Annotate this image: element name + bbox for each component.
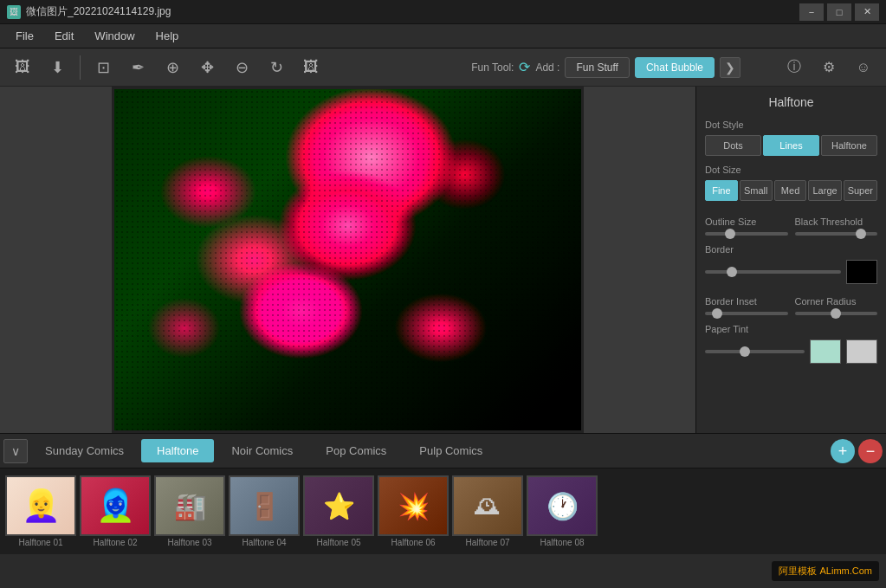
menu-edit[interactable]: Edit <box>46 26 82 46</box>
fun-stuff-button[interactable]: Fun Stuff <box>565 57 629 78</box>
film-label-1: Halftone 01 <box>18 538 62 547</box>
black-threshold-thumb <box>856 229 866 239</box>
corner-radius-track <box>795 312 878 315</box>
expand-icon: ❯ <box>725 61 735 74</box>
halftone-button[interactable]: Halftone <box>821 135 877 156</box>
film-label-5: Halftone 05 <box>316 538 360 547</box>
info-button[interactable]: ⓘ <box>779 52 810 83</box>
border-inset-col: Border Inset <box>705 288 788 315</box>
film-thumb-2: 👩‍🦰 <box>80 475 151 536</box>
crop-tool-button[interactable]: ⊡ <box>87 52 119 83</box>
move-icon: ✥ <box>201 58 214 77</box>
settings-button[interactable]: ⚙ <box>813 52 844 83</box>
border-label: Border <box>705 244 877 255</box>
list-item[interactable]: 🚪 Halftone 04 <box>229 475 300 547</box>
list-item[interactable]: 🕐 Halftone 08 <box>527 475 598 547</box>
small-button[interactable]: Small <box>740 180 773 201</box>
title-left: 🖼 微信图片_20221024114129.jpg <box>7 4 171 19</box>
add-remove-buttons: + − <box>831 439 883 463</box>
image-tool-button[interactable]: 🖼 <box>7 52 38 83</box>
menu-help[interactable]: Help <box>147 26 188 46</box>
info-icon: ⓘ <box>787 58 801 76</box>
tab-noir-comics[interactable]: Noir Comics <box>216 439 308 462</box>
paper-tint-track <box>705 350 805 353</box>
window-controls: − □ ✕ <box>799 3 879 21</box>
image-canvas <box>112 87 584 433</box>
share-button[interactable]: ☺ <box>848 52 879 83</box>
paper-tint-grey-swatch[interactable] <box>846 339 877 364</box>
thumb-face-4: 🚪 <box>230 477 298 534</box>
menu-window[interactable]: Window <box>86 26 143 46</box>
dot-size-section: Dot Size Fine Small Med Large Super <box>705 165 877 201</box>
film-label-2: Halftone 02 <box>93 538 137 547</box>
super-button[interactable]: Super <box>844 180 877 201</box>
black-threshold-label: Black Threshold <box>795 216 878 227</box>
crop-icon: ⊡ <box>97 58 110 77</box>
outline-size-col: Outline Size <box>705 208 788 236</box>
zoom-in-icon: ⊕ <box>166 58 179 77</box>
paper-tint-label: Paper Tint <box>705 324 877 334</box>
list-item[interactable]: 🕰 Halftone 07 <box>452 475 523 547</box>
maximize-button[interactable]: □ <box>827 3 851 21</box>
close-button[interactable]: ✕ <box>855 3 879 21</box>
dots-button[interactable]: Dots <box>705 135 761 156</box>
tab-pop-comics[interactable]: Pop Comics <box>310 439 402 462</box>
outline-size-thumb <box>725 229 735 239</box>
add-preset-button[interactable]: + <box>831 439 855 463</box>
double-slider-row-2: Border Inset Corner Radius <box>705 288 877 315</box>
black-threshold-track <box>795 232 878 236</box>
paper-tint-color-swatch[interactable] <box>810 339 841 364</box>
add-label: Add : <box>535 61 559 74</box>
zoom-in-button[interactable]: ⊕ <box>157 52 188 83</box>
border-section: Border <box>705 244 877 284</box>
paper-tint-thumb <box>740 346 750 357</box>
menu-file[interactable]: File <box>7 26 42 46</box>
image-icon: 🖼 <box>15 58 30 76</box>
gear-icon: ⚙ <box>823 59 835 75</box>
list-item[interactable]: 👩‍🦰 Halftone 02 <box>80 475 151 547</box>
list-item[interactable]: 💥 Halftone 06 <box>378 475 449 547</box>
import-tool-button[interactable]: ⬇ <box>42 52 73 83</box>
film-thumb-1: 👱‍♀️ <box>5 475 76 536</box>
pen-tool-button[interactable]: ✒ <box>122 52 153 83</box>
med-button[interactable]: Med <box>774 180 807 201</box>
dot-size-label: Dot Size <box>705 165 877 175</box>
border-color-swatch[interactable] <box>846 260 877 284</box>
menubar: File Edit Window Help <box>0 24 886 48</box>
rotate-button[interactable]: ↻ <box>261 52 292 83</box>
main-area: Halftone Dot Style Dots Lines Halftone D… <box>0 87 886 433</box>
dot-style-label: Dot Style <box>705 120 877 130</box>
thumb-face-5: ⭐ <box>305 477 372 534</box>
fine-button[interactable]: Fine <box>705 180 738 201</box>
list-item[interactable]: 👱‍♀️ Halftone 01 <box>5 475 76 547</box>
film-thumb-3: 🏭 <box>154 475 225 536</box>
list-item[interactable]: 🏭 Halftone 03 <box>154 475 225 547</box>
thumb-face-7: 🕰 <box>454 477 521 534</box>
window-title: 微信图片_20221024114129.jpg <box>26 4 171 19</box>
tab-sunday-comics[interactable]: Sunday Comics <box>29 439 139 462</box>
minimize-button[interactable]: − <box>799 3 824 21</box>
tab-halftone[interactable]: Halftone <box>141 439 214 462</box>
remove-preset-button[interactable]: − <box>858 439 883 463</box>
watermark-text: 阿里模板 ALimm.Com <box>779 565 872 576</box>
toolbar: 🖼 ⬇ ⊡ ✒ ⊕ ✥ ⊖ ↻ 🖼 Fun Tool: ⟳ Add : Fun … <box>0 48 886 87</box>
canvas-area <box>0 87 695 433</box>
black-threshold-col: Black Threshold <box>795 208 878 236</box>
export-button[interactable]: 🖼 <box>295 52 327 83</box>
list-item[interactable]: ⭐ Halftone 05 <box>303 475 374 547</box>
large-button[interactable]: Large <box>808 180 841 201</box>
lines-button[interactable]: Lines <box>763 135 819 156</box>
move-tool-button[interactable]: ✥ <box>191 52 223 83</box>
down-icon: ∨ <box>11 444 20 458</box>
tab-pulp-comics[interactable]: Pulp Comics <box>404 439 498 462</box>
toolbar-right: ⓘ ⚙ ☺ <box>779 52 879 83</box>
collapse-button[interactable]: ∨ <box>3 439 28 463</box>
expand-button[interactable]: ❯ <box>720 57 740 78</box>
fun-tool-area: Fun Tool: ⟳ Add : Fun Stuff Chat Bubble … <box>471 57 740 78</box>
titlebar: 🖼 微信图片_20221024114129.jpg − □ ✕ <box>0 0 886 24</box>
zoom-out-button[interactable]: ⊖ <box>226 52 257 83</box>
thumb-face-2: 👩‍🦰 <box>81 477 149 534</box>
border-track <box>705 270 841 274</box>
chat-bubble-button[interactable]: Chat Bubble <box>635 57 715 78</box>
corner-radius-thumb <box>831 308 841 319</box>
